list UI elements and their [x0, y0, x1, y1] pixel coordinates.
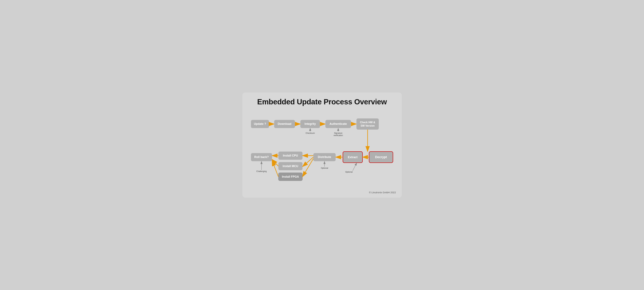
rollback-label: Roll back? — [254, 155, 269, 159]
optional-distribute-label: Optional — [321, 167, 328, 169]
checkhw-label2: SW Version — [360, 124, 374, 127]
install-mcu-label: Install MCU — [282, 164, 298, 168]
update-label: Update ? — [254, 122, 266, 125]
authenticate-label: Authenticate — [330, 122, 347, 125]
install-cpu-label: Install CPU — [283, 154, 298, 157]
distribute-label: Distribute — [318, 155, 331, 159]
integrity-label: Integrity — [304, 122, 316, 125]
signature-label1: Signature — [334, 132, 342, 134]
copyright: © Linutronix GmbH 2022 — [248, 191, 396, 194]
extract-label: Extract — [348, 156, 358, 159]
checksum-label: Checksum — [306, 132, 315, 134]
install-fpga-label: Install FPGA — [282, 175, 299, 178]
page-title: Embedded Update Process Overview — [248, 97, 396, 106]
optional-extract-label: Optional — [345, 171, 352, 173]
flow-diagram: Update ? Download Integrity Authenticate… — [248, 111, 396, 189]
checkhw-label1: Check HW & — [360, 121, 375, 124]
signature-label2: verification — [334, 134, 343, 136]
diagram-container: Embedded Update Process Overview Update … — [242, 92, 402, 198]
diagram-body: Update ? Download Integrity Authenticate… — [248, 111, 396, 189]
checkhw-node — [356, 118, 379, 130]
challenging-label: Challenging — [256, 170, 266, 172]
download-label: Download — [278, 122, 291, 125]
optional-extract-arrow — [353, 163, 357, 171]
decrypt-label: Decrypt — [375, 155, 387, 159]
arrow-distribute-fpga — [302, 159, 313, 177]
